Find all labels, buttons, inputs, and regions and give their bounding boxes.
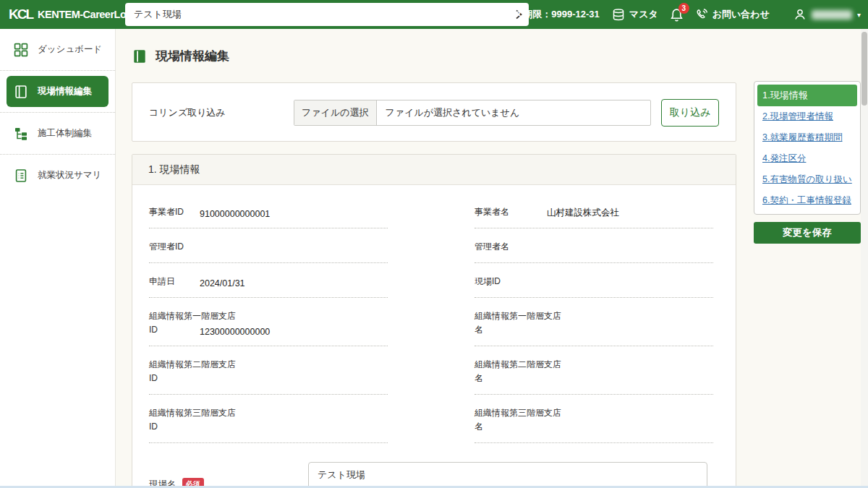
contact-phone-icon	[695, 8, 708, 21]
contact-button[interactable]: お問い合わせ	[695, 8, 770, 21]
org-tree-icon	[14, 127, 28, 141]
book-icon	[132, 48, 148, 64]
field-value: 山村建設株式会社	[547, 207, 619, 219]
site-name-input[interactable]	[308, 462, 707, 488]
nav-item-site-info[interactable]: 1.現場情報	[757, 85, 857, 106]
app-name: KENTEM-CareerLog	[38, 9, 132, 20]
app-logo[interactable]: KCL KENTEM-CareerLog	[0, 7, 119, 22]
sidebar-item-label: ダッシュボード	[38, 43, 102, 56]
sidebar-item-label: 施工体制編集	[38, 127, 92, 140]
corins-import-label: コリンズ取り込み	[149, 106, 226, 119]
field-label: 組織情報第三階層支店名	[475, 406, 566, 434]
master-menu-button[interactable]: マスタ	[612, 8, 658, 21]
user-name-redacted	[812, 10, 852, 20]
page-scrollbar[interactable]	[861, 29, 868, 488]
site-name-row: 現場名 必須	[149, 462, 720, 488]
master-label: マスタ	[629, 8, 658, 21]
dashboard-icon	[14, 43, 28, 57]
nav-item-site-manager-info[interactable]: 2.現場管理者情報	[757, 106, 857, 127]
field-manager-name: 管理者名	[475, 228, 713, 263]
page-title: 現場情報編集	[132, 48, 229, 64]
nav-item-order-category[interactable]: 4.発注区分	[757, 148, 857, 169]
field-value: 12300000000000	[200, 327, 270, 337]
file-input[interactable]: ファイルの選択 ファイルが選択されていません	[294, 100, 651, 126]
caret-down-icon: ▾	[857, 11, 861, 19]
sidebar-item-label: 現場情報編集	[38, 85, 92, 98]
right-column: 1.現場情報 2.現場管理者情報 3.就業履歴蓄積期間 4.発注区分 5.有害物…	[754, 81, 861, 244]
field-label: 現場ID	[475, 275, 566, 288]
sidebar-item-dashboard[interactable]: ダッシュボード	[0, 34, 115, 71]
field-org-tier2-branch-name: 組織情報第二階層支店名	[475, 346, 713, 395]
summary-document-icon	[14, 168, 28, 183]
corins-import-panel: コリンズ取り込み ファイルの選択 ファイルが選択されていません 取り込み	[132, 82, 736, 142]
save-changes-button[interactable]: 変更を保存	[754, 222, 861, 244]
field-label: 管理者ID	[149, 240, 240, 254]
field-application-date: 申請日 2024/01/31	[149, 263, 388, 298]
field-site-id: 現場ID	[475, 263, 713, 298]
nav-item-employment-history-period[interactable]: 3.就業履歴蓄積期間	[757, 127, 857, 148]
section-nav: 1.現場情報 2.現場管理者情報 3.就業履歴蓄積期間 4.発注区分 5.有害物…	[754, 81, 861, 215]
license-expiry-label: ライセンス期限：9999-12-31	[475, 8, 600, 21]
field-label: 組織情報第三階層支店ID	[149, 406, 240, 434]
field-value: 2024/01/31	[200, 278, 245, 288]
site-search-box	[125, 3, 529, 26]
field-label: 組織情報第二階層支店名	[475, 358, 566, 385]
field-grid: 事業者ID 91000000000001 事業者名 山村建設株式会社 管理者ID…	[132, 185, 736, 443]
file-select-button[interactable]: ファイルの選択	[294, 100, 377, 125]
field-label: 組織情報第二階層支店ID	[149, 358, 240, 385]
header-actions: ライセンス期限：9999-12-31 マスタ 3 お問い合わせ ▾	[475, 0, 861, 29]
site-info-section-panel: 1. 現場情報 事業者ID 91000000000001 事業者名 山村建設株式…	[132, 154, 736, 488]
field-business-id: 事業者ID 91000000000001	[149, 194, 388, 228]
site-search-input[interactable]	[125, 9, 509, 20]
field-org-tier2-branch-id: 組織情報第二階層支店ID	[149, 346, 388, 395]
main-content: 現場情報編集 コリンズ取り込み ファイルの選択 ファイルが選択されていません 取…	[116, 29, 868, 488]
notification-badge: 3	[678, 3, 689, 14]
section-header: 1. 現場情報	[132, 155, 736, 185]
logo-mark-icon: KCL	[9, 7, 33, 22]
contact-label: お問い合わせ	[712, 8, 770, 21]
field-business-name: 事業者名 山村建設株式会社	[475, 194, 713, 228]
sidebar-item-employment-summary[interactable]: 就業状況サマリ	[0, 160, 115, 191]
field-org-tier1-branch-name: 組織情報第一階層支店名	[475, 298, 713, 346]
sidebar: ダッシュボード 現場情報編集 施工体制編集 就業状況サマリ	[0, 29, 116, 488]
field-org-tier1-branch-id: 組織情報第一階層支店ID 12300000000000	[149, 298, 388, 346]
database-icon	[612, 9, 625, 21]
field-label: 管理者名	[475, 240, 566, 254]
notifications-button[interactable]: 3	[671, 8, 683, 22]
field-org-tier3-branch-name: 組織情報第三階層支店名	[475, 395, 713, 443]
field-value: 91000000000001	[200, 209, 270, 219]
user-icon	[793, 8, 807, 21]
user-menu[interactable]: ▾	[793, 8, 861, 21]
app-header: KCL KENTEM-CareerLog ライセンス期限：9999-12-31 …	[0, 0, 868, 29]
sidebar-item-construction-system-edit[interactable]: 施工体制編集	[0, 118, 115, 155]
nav-item-hazardous-materials[interactable]: 5.有害物質の取り扱い	[757, 169, 857, 190]
sidebar-item-label: 就業状況サマリ	[38, 169, 101, 181]
file-status-text: ファイルが選択されていません	[377, 100, 529, 125]
field-org-tier3-branch-id: 組織情報第三階層支店ID	[149, 395, 388, 443]
field-label: 組織情報第一階層支店名	[475, 309, 566, 337]
import-button[interactable]: 取り込み	[661, 99, 719, 127]
book-icon	[14, 85, 28, 99]
sidebar-item-site-info-edit[interactable]: 現場情報編集	[0, 76, 115, 113]
nav-item-contract-work-info[interactable]: 6.契約・工事情報登録	[757, 190, 857, 211]
scrollbar-thumb[interactable]	[861, 32, 867, 106]
field-manager-id: 管理者ID	[149, 228, 388, 263]
